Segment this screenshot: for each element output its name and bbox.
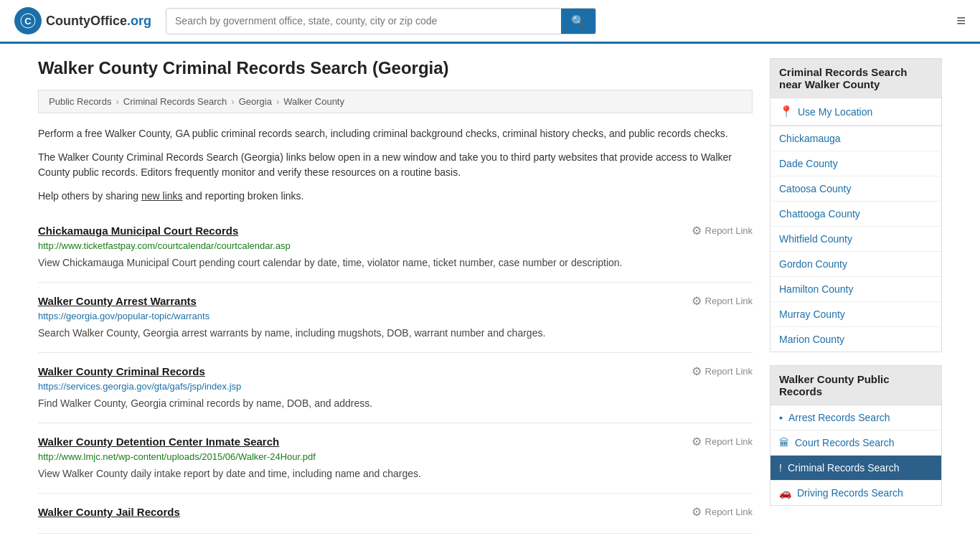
nearby-item-7[interactable]: Murray County [771,302,941,327]
result-item: Walker County Criminal Records ⚙ Report … [38,353,753,423]
public-record-item-1[interactable]: 🏛 Court Records Search [771,430,941,456]
use-location-item[interactable]: 📍 Use My Location [771,98,941,126]
result-title-4[interactable]: Walker County Jail Records [38,506,180,518]
report-icon-3: ⚙ [692,435,702,448]
result-title-1[interactable]: Walker County Arrest Warrants [38,295,197,307]
nearby-item-3[interactable]: Chattooga County [771,202,941,227]
public-record-link-2[interactable]: ! Criminal Records Search [771,456,941,480]
nearby-item-6[interactable]: Hamilton County [771,277,941,302]
nearby-link-0[interactable]: Chickamauga [771,126,941,151]
desc-para3-prefix: Help others by sharing [38,190,141,202]
breadcrumb-link-georgia[interactable]: Georgia [239,96,272,107]
result-url-2[interactable]: https://services.georgia.gov/gta/gafs/js… [38,381,753,392]
nearby-item-8[interactable]: Marion County [771,327,941,352]
public-record-label-1: Court Records Search [795,437,895,448]
search-input[interactable] [166,9,561,34]
result-title-3[interactable]: Walker County Detention Center Inmate Se… [38,435,279,448]
result-desc-3: View Walker County daily intake report b… [38,466,753,481]
result-url-1[interactable]: https://georgia.gov/popular-topic/warran… [38,311,753,321]
nearby-item-2[interactable]: Catoosa County [771,176,941,202]
report-icon-2: ⚙ [692,364,702,378]
description-para-1: Perform a free Walker County, GA public … [38,126,753,141]
report-link-text-0: Report Link [705,225,753,236]
report-link-text-1: Report Link [705,296,753,306]
nearby-item-4[interactable]: Whitfield County [771,227,941,252]
report-link-1[interactable]: ⚙ Report Link [692,294,753,308]
nearby-items-list: ChickamaugaDade CountyCatoosa CountyChat… [770,126,942,352]
breadcrumb: Public Records › Criminal Records Search… [38,90,753,113]
result-title-0[interactable]: Chickamauga Municipal Court Records [38,225,238,237]
site-header: C CountyOffice.org 🔍 ≡ [0,0,980,44]
new-links-link[interactable]: new links [141,190,183,202]
breadcrumb-link-public-records[interactable]: Public Records [49,96,111,107]
breadcrumb-link-criminal-records[interactable]: Criminal Records Search [123,96,227,107]
use-location-text: Use My Location [798,106,872,118]
nearby-item-5[interactable]: Gordon County [771,252,941,277]
search-button[interactable]: 🔍 [561,9,595,34]
nearby-item-0[interactable]: Chickamauga [771,126,941,151]
nearby-item-1[interactable]: Dade County [771,151,941,176]
public-record-link-3[interactable]: 🚗 Driving Records Search [771,481,941,505]
sidebar: Criminal Records Search near Walker Coun… [770,58,942,534]
result-header: Walker County Criminal Records ⚙ Report … [38,364,753,378]
public-record-link-0[interactable]: ▪ Arrest Records Search [771,405,941,430]
main-content: Walker County Criminal Records Search (G… [38,58,753,534]
search-icon: 🔍 [571,15,585,27]
public-record-item-0[interactable]: ▪ Arrest Records Search [771,405,941,430]
nearby-link-7[interactable]: Murray County [771,302,941,326]
public-record-item-2[interactable]: ! Criminal Records Search [771,456,941,481]
public-record-label-0: Arrest Records Search [788,412,890,423]
nearby-link-6[interactable]: Hamilton County [771,277,941,301]
results-list: Chickamauga Municipal Court Records ⚙ Re… [38,212,753,534]
public-record-item-3[interactable]: 🚗 Driving Records Search [771,481,941,505]
public-record-link-1[interactable]: 🏛 Court Records Search [771,430,941,455]
result-url-0[interactable]: http://www.ticketfastpay.com/courtcalend… [38,240,753,251]
use-location-button[interactable]: 📍 Use My Location [771,98,941,126]
report-icon-0: ⚙ [692,224,702,237]
logo-text: CountyOffice.org [46,14,151,29]
logo-suffix: .org [127,14,151,28]
report-link-2[interactable]: ⚙ Report Link [692,364,753,378]
nearby-header-text: Criminal Records Search near Walker Coun… [779,66,907,90]
result-item: Walker County Arrest Warrants ⚙ Report L… [38,283,753,353]
report-link-text-3: Report Link [705,436,753,447]
nearby-list: 📍 Use My Location [770,98,942,126]
result-url-3[interactable]: http://www.lmjc.net/wp-content/uploads/2… [38,451,753,462]
result-desc-0: View Chickamauga Municipal Court pending… [38,255,753,270]
nearby-link-1[interactable]: Dade County [771,151,941,176]
report-link-3[interactable]: ⚙ Report Link [692,435,753,448]
report-link-4[interactable]: ⚙ Report Link [692,505,753,519]
sidebar-icon-2: ! [779,462,782,474]
sidebar-icon-0: ▪ [779,412,783,423]
result-title-2[interactable]: Walker County Criminal Records [38,365,205,377]
nearby-link-2[interactable]: Catoosa County [771,176,941,201]
breadcrumb-sep-3: › [276,96,279,107]
report-link-text-4: Report Link [705,507,753,517]
sidebar-icon-3: 🚗 [779,487,791,499]
nearby-link-8[interactable]: Marion County [771,327,941,352]
nearby-link-3[interactable]: Chattooga County [771,202,941,226]
sidebar-icon-1: 🏛 [779,437,789,448]
result-header: Walker County Jail Records ⚙ Report Link [38,505,753,519]
logo-name: CountyOffice [46,14,127,28]
description-para-3: Help others by sharing new links and rep… [38,189,753,204]
result-item: Walker County Detention Center Inmate Se… [38,423,753,494]
nearby-link-4[interactable]: Whitfield County [771,227,941,251]
hamburger-menu-icon[interactable]: ≡ [956,13,966,29]
report-link-0[interactable]: ⚙ Report Link [692,224,753,237]
report-link-text-2: Report Link [705,366,753,377]
result-item: Walker County Jail Records ⚙ Report Link [38,494,753,534]
breadcrumb-link-walker-county[interactable]: Walker County [283,96,344,107]
logo[interactable]: C CountyOffice.org [14,7,151,34]
desc-para3-suffix: and reporting broken links. [183,190,304,202]
report-icon-1: ⚙ [692,294,702,308]
breadcrumb-sep-2: › [231,96,234,107]
main-layout: Walker County Criminal Records Search (G… [24,44,956,548]
page-title: Walker County Criminal Records Search (G… [38,58,753,78]
report-icon-4: ⚙ [692,505,702,519]
description-para-2: The Walker County Criminal Records Searc… [38,150,753,180]
nearby-link-5[interactable]: Gordon County [771,252,941,276]
result-header: Walker County Arrest Warrants ⚙ Report L… [38,294,753,308]
search-bar: 🔍 [166,8,596,34]
result-item: Chickamauga Municipal Court Records ⚙ Re… [38,212,753,283]
